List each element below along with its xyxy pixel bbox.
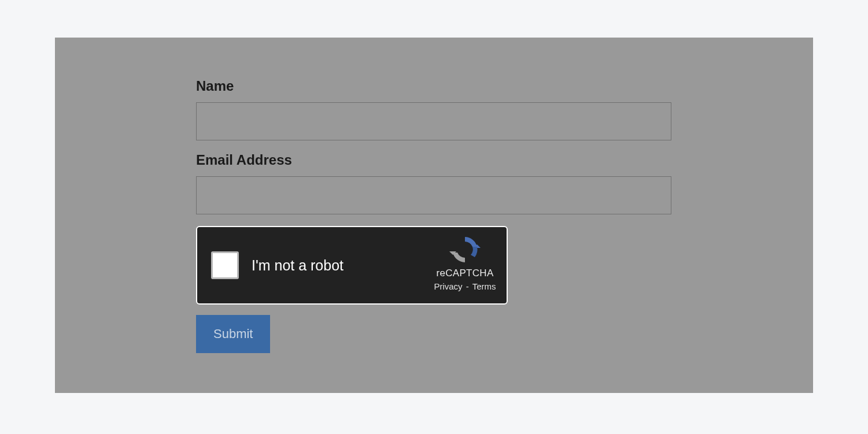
name-field-group: Name — [196, 78, 813, 140]
name-input[interactable] — [196, 102, 671, 140]
email-field-group: Email Address — [196, 152, 813, 214]
recaptcha-icon — [434, 235, 496, 264]
recaptcha-brand-text: reCAPTCHA — [434, 268, 496, 279]
recaptcha-widget: I'm not a robot reCAPTCHA Privacy - Term… — [196, 226, 508, 305]
recaptcha-branding: reCAPTCHA Privacy - Terms — [434, 235, 496, 291]
email-input[interactable] — [196, 176, 671, 214]
recaptcha-privacy-link[interactable]: Privacy — [434, 281, 462, 291]
submit-button[interactable]: Submit — [196, 315, 270, 353]
recaptcha-terms-link[interactable]: Terms — [472, 281, 496, 291]
email-label: Email Address — [196, 152, 813, 168]
name-label: Name — [196, 78, 813, 94]
recaptcha-separator: - — [466, 281, 469, 291]
recaptcha-label: I'm not a robot — [252, 257, 343, 274]
recaptcha-checkbox[interactable] — [211, 251, 239, 279]
form-panel: Name Email Address I'm not a robot reCAP… — [55, 38, 813, 393]
recaptcha-links: Privacy - Terms — [434, 281, 496, 291]
